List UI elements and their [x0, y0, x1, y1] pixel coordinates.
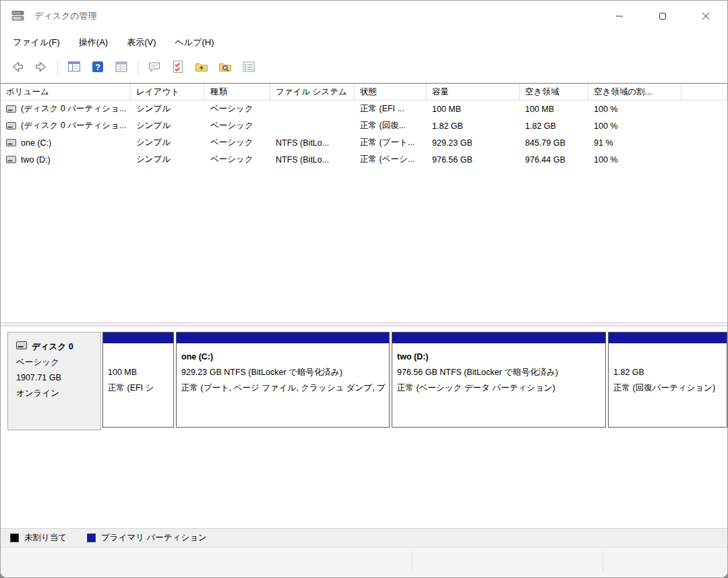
- forward-arrow-icon: [34, 59, 49, 77]
- cell-filler: [681, 117, 727, 134]
- legend-bar: 未割り当て プライマリ パーティション: [1, 528, 727, 547]
- console-tree-button[interactable]: [64, 58, 84, 78]
- status-strip: [1, 547, 727, 577]
- cell-capacity: 929.23 GB: [427, 134, 520, 151]
- cell-free-space: 845.79 GB: [520, 134, 588, 151]
- details-view-button[interactable]: [239, 58, 259, 78]
- cell-percent-free: 100 %: [588, 117, 681, 134]
- partition-size: 100 MB: [108, 365, 169, 380]
- app-icon: [11, 10, 26, 22]
- status-divider: [603, 551, 603, 572]
- menu-help[interactable]: ヘルプ(H): [169, 33, 221, 52]
- status-divider: [412, 551, 413, 572]
- column-header-filler: [681, 84, 727, 100]
- menu-file[interactable]: ファイル(F): [6, 33, 67, 52]
- cell-file-system: NTFS (BitLo...: [270, 151, 355, 168]
- volume-icon: [6, 139, 16, 146]
- cell-capacity: 976.56 GB: [427, 151, 520, 168]
- cell-file-system: [270, 100, 355, 117]
- cell-volume: one (C:): [1, 134, 131, 151]
- cell-type: ベーシック: [205, 134, 270, 151]
- menu-view[interactable]: 表示(V): [120, 33, 162, 52]
- volume-name: (ディスク 0 パーティショ...: [21, 103, 126, 115]
- comment-bubble-icon: [147, 59, 162, 77]
- column-header-file-system[interactable]: ファイル システム: [270, 84, 355, 100]
- minimize-button[interactable]: [598, 1, 641, 31]
- checklist-icon: [171, 59, 185, 77]
- cell-filler: [681, 100, 727, 117]
- cell-volume: two (D:): [1, 151, 131, 168]
- unallocated-swatch: [10, 533, 19, 542]
- column-header-layout[interactable]: レイアウト: [131, 84, 205, 100]
- partition-status: 正常 (EFI シ: [108, 380, 169, 396]
- disk-info-panel[interactable]: ディスク 0 ベーシック 1907.71 GB オンライン: [7, 332, 101, 430]
- cell-layout: シンプル: [131, 100, 205, 117]
- cell-status: 正常 (回復...: [355, 117, 427, 134]
- partition-recovery[interactable]: 1.82 GB 正常 (回復パーティション): [608, 332, 727, 428]
- cell-type: ベーシック: [205, 117, 270, 134]
- cell-status: 正常 (ベーシ...: [355, 151, 427, 168]
- folder-up-icon: [194, 59, 209, 77]
- cell-status: 正常 (EFI ...: [355, 100, 427, 117]
- close-button[interactable]: [684, 1, 727, 31]
- disk-size: 1907.71 GB: [16, 370, 100, 386]
- partition-body: 1.82 GB 正常 (回復パーティション): [609, 343, 727, 396]
- disk-status: オンライン: [16, 386, 100, 401]
- properties-button[interactable]: [111, 58, 131, 78]
- properties-table-icon: [114, 59, 129, 77]
- partition-body: two (D:) 976.56 GB NTFS (BitLocker で暗号化済…: [392, 343, 605, 396]
- back-button[interactable]: [7, 58, 28, 78]
- partition-efi[interactable]: 100 MB 正常 (EFI シ: [102, 332, 174, 428]
- partition-two-d[interactable]: two (D:) 976.56 GB NTFS (BitLocker で暗号化済…: [392, 332, 606, 428]
- action-pane-button[interactable]: [144, 58, 164, 78]
- back-arrow-icon: [10, 59, 25, 77]
- disk-type: ベーシック: [16, 355, 100, 370]
- volume-table-header: ボリューム レイアウト 種類 ファイル システム 状態 容量 空き領域 空き領域…: [1, 84, 727, 100]
- column-header-type[interactable]: 種類: [205, 84, 270, 100]
- find-button[interactable]: [215, 58, 235, 78]
- partition-size: 1.82 GB: [613, 365, 722, 380]
- volume-icon: [6, 122, 16, 129]
- cell-percent-free: 100 %: [588, 100, 681, 117]
- partition-title: [108, 349, 169, 365]
- partition-type-bar: [609, 333, 727, 343]
- partition-type-bar: [392, 333, 605, 343]
- svg-text:?: ?: [95, 63, 100, 72]
- partition-status: 正常 (ベーシック データ パーティション): [397, 380, 601, 396]
- cell-capacity: 1.82 GB: [427, 117, 520, 134]
- check-status-button[interactable]: [168, 58, 188, 78]
- volume-icon: [6, 156, 16, 163]
- partition-type-bar: [103, 333, 173, 343]
- volume-row-one-c[interactable]: one (C:) シンプル ベーシック NTFS (BitLo... 正常 (ブ…: [1, 134, 727, 151]
- partition-status: 正常 (回復パーティション): [613, 380, 722, 396]
- volume-name: (ディスク 0 パーティショ...: [21, 120, 126, 132]
- column-header-status[interactable]: 状態: [355, 84, 427, 100]
- help-button[interactable]: ?: [88, 58, 108, 78]
- partitions-row: 100 MB 正常 (EFI シ one (C:) 929.23 GB NTFS…: [102, 332, 727, 428]
- cell-layout: シンプル: [131, 151, 205, 168]
- volume-row-efi[interactable]: (ディスク 0 パーティショ... シンプル ベーシック 正常 (EFI ...…: [1, 100, 727, 117]
- volume-list-pane: ボリューム レイアウト 種類 ファイル システム 状態 容量 空き領域 空き領域…: [1, 84, 727, 322]
- cell-percent-free: 100 %: [588, 151, 681, 168]
- cell-free-space: 1.82 GB: [520, 117, 588, 134]
- column-header-volume[interactable]: ボリューム: [1, 84, 131, 100]
- volume-icon: [6, 105, 16, 113]
- toolbar-separator: [138, 60, 138, 76]
- column-header-capacity[interactable]: 容量: [427, 84, 520, 100]
- column-header-free-space[interactable]: 空き領域: [520, 84, 588, 100]
- column-header-percent-free[interactable]: 空き領域の割...: [588, 84, 681, 100]
- disk-title: ディスク 0: [16, 339, 100, 355]
- partition-one-c[interactable]: one (C:) 929.23 GB NTFS (BitLocker で暗号化済…: [176, 332, 390, 428]
- volume-row-recovery[interactable]: (ディスク 0 パーティショ... シンプル ベーシック 正常 (回復... 1…: [1, 117, 727, 134]
- primary-partition-swatch: [87, 533, 96, 542]
- cell-type: ベーシック: [205, 151, 270, 168]
- forward-button[interactable]: [31, 58, 51, 78]
- partition-body: 100 MB 正常 (EFI シ: [103, 343, 173, 396]
- maximize-button[interactable]: [641, 1, 684, 31]
- cell-filler: [681, 134, 727, 151]
- legend-label: プライマリ パーティション: [101, 532, 207, 544]
- export-button[interactable]: [191, 58, 212, 78]
- volume-row-two-d[interactable]: two (D:) シンプル ベーシック NTFS (BitLo... 正常 (ベ…: [1, 151, 727, 168]
- menu-action[interactable]: 操作(A): [72, 33, 115, 52]
- legend-item-primary-partition: プライマリ パーティション: [87, 532, 207, 544]
